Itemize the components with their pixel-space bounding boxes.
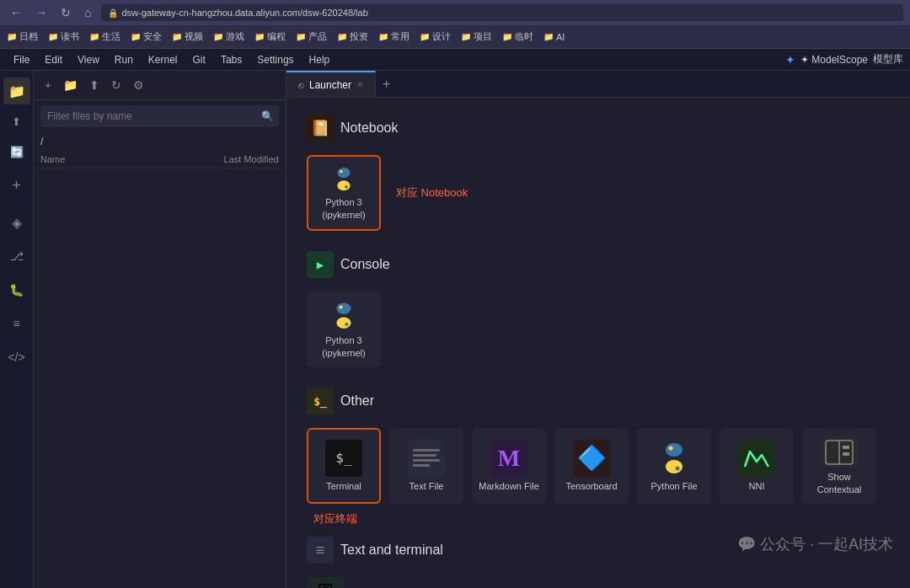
svg-point-3 [345, 185, 348, 189]
search-input[interactable] [40, 110, 256, 122]
menu-git[interactable]: Git [186, 51, 212, 68]
bookmark-ai[interactable]: 📁 AI [543, 32, 565, 42]
bookmark-label: 日档 [19, 30, 38, 43]
other-section-icon: $_ [307, 388, 334, 414]
nni-item[interactable]: NNI [720, 428, 794, 504]
menu-tabs[interactable]: Tabs [214, 51, 249, 68]
svg-point-8 [666, 443, 682, 457]
new-file-button[interactable]: + [40, 76, 56, 94]
new-tab-button[interactable]: + [376, 77, 397, 92]
markdown-icon: M [490, 440, 527, 477]
svg-point-5 [336, 317, 351, 329]
tensorboard-icon: 🔷 [573, 440, 610, 477]
sql-file-item[interactable]: 🗄 SQL File [307, 577, 388, 588]
nav-home-button[interactable]: ⌂ [81, 4, 94, 21]
bookmark-shenghuo[interactable]: 📁 生活 [89, 30, 120, 43]
menu-settings[interactable]: Settings [250, 51, 300, 68]
bookmark-biancheng[interactable]: 📁 编程 [254, 30, 286, 43]
tensorboard-item[interactable]: 🔷 Tensorboard [554, 428, 629, 504]
python-file-label: Python File [650, 480, 697, 492]
svg-rect-15 [843, 452, 849, 456]
menu-bar: File Edit View Run Kernel Git Tabs Setti… [0, 49, 910, 71]
bookmark-label: 设计 [432, 30, 451, 43]
python3-console-label: Python 3(ipykernel) [322, 334, 365, 359]
svg-rect-14 [843, 446, 849, 449]
bookmark-anquan[interactable]: 📁 安全 [131, 30, 162, 43]
upload-button[interactable]: ⬆ [85, 76, 104, 94]
bookmark-changyong[interactable]: 📁 常用 [378, 30, 410, 43]
sidebar-command-icon[interactable]: ≡ [3, 310, 30, 337]
bookmark-label: 产品 [308, 30, 327, 43]
python3-console-item[interactable]: Python 3(ipykernel) [307, 291, 381, 367]
file-list-header: Name Last Modified [34, 151, 286, 168]
bookmark-shipin[interactable]: 📁 视频 [172, 30, 203, 43]
menu-run[interactable]: Run [108, 51, 140, 68]
sidebar-git-icon[interactable]: ⎇ [3, 243, 30, 270]
other-section-title: Other [340, 393, 374, 409]
bookmark-label: 游戏 [226, 30, 244, 43]
sidebar-add-icon[interactable]: + [3, 172, 30, 199]
python3-notebook-item[interactable]: Python 3(ipykernel) [307, 155, 381, 231]
tab-launcher-label: Launcher [309, 79, 351, 91]
nav-refresh-button[interactable]: ↻ [57, 4, 74, 21]
show-contextual-item[interactable]: ShowContextual [802, 428, 876, 504]
tab-close-button[interactable]: ✕ [356, 80, 363, 89]
folder-icon: 📁 [337, 32, 347, 41]
address-bar[interactable]: 🔒 dsw-gateway-cn-hangzhou.data.aliyun.co… [101, 4, 903, 21]
menu-file[interactable]: File [7, 51, 36, 68]
markdown-file-item[interactable]: M Markdown File [472, 428, 546, 504]
new-folder-button[interactable]: 📁 [59, 76, 82, 94]
python-file-item[interactable]: Python File [637, 428, 711, 504]
svg-point-11 [676, 466, 680, 470]
svg-point-0 [337, 168, 350, 178]
folder-icon: 📁 [420, 32, 430, 41]
sidebar-upload-icon[interactable]: ⬆ [3, 108, 30, 135]
bookmark-youxi[interactable]: 📁 游戏 [213, 30, 244, 43]
sql-icon: 🗄 [307, 577, 344, 588]
nni-label: NNI [749, 480, 765, 492]
bookmark-xiangmu[interactable]: 📁 项目 [461, 30, 492, 43]
bookmark-linshi[interactable]: 📁 临时 [502, 30, 533, 43]
file-panel: + 📁 ⬆ ↻ ⚙ 🔍 / Name Last Modified [34, 71, 286, 588]
bookmark-label: 常用 [391, 30, 410, 43]
sidebar-refresh-icon[interactable]: 🔄 [3, 138, 30, 165]
nni-icon [738, 440, 775, 477]
menu-kernel[interactable]: Kernel [142, 51, 185, 68]
folder-icon: 📁 [7, 32, 17, 41]
menu-view[interactable]: View [71, 51, 106, 68]
folder-icon: 📁 [378, 32, 388, 41]
notebook-section-icon: 📔 [307, 115, 334, 142]
sidebar-files-icon[interactable]: 📁 [3, 78, 30, 104]
sidebar-code-icon[interactable]: </> [3, 344, 30, 371]
nav-back-button[interactable]: ← [7, 4, 25, 21]
notebook-section-header: 📔 Notebook [307, 115, 890, 142]
address-text: dsw-gateway-cn-hangzhou.data.aliyun.com/… [121, 8, 367, 18]
console-section-header: ▶ Console [307, 251, 890, 278]
notebook-annotation-container: 对应 Notebook [389, 155, 468, 231]
menu-help[interactable]: Help [302, 51, 337, 68]
nav-forward-button[interactable]: → [32, 4, 51, 21]
bookmark-sheji[interactable]: 📁 设计 [420, 30, 451, 43]
tab-launcher[interactable]: ⎋ Launcher ✕ [286, 71, 376, 97]
python-console-icon [325, 300, 362, 331]
bookmark-label: 项目 [474, 30, 492, 43]
python-notebook-icon [325, 165, 362, 193]
search-bar: 🔍 [40, 105, 279, 127]
menu-edit[interactable]: Edit [38, 51, 69, 68]
contextual-icon [821, 436, 858, 468]
bookmark-dushu[interactable]: 📁 读书 [48, 30, 79, 43]
bookmark-rizhang[interactable]: 📁 日档 [7, 30, 38, 43]
main-layout: 📁 ⬆ 🔄 + ◈ ⎇ 🐛 ≡ </> + 📁 ⬆ ↻ ⚙ 🔍 / Name L… [0, 71, 910, 588]
sidebar-extensions-icon[interactable]: ◈ [3, 209, 30, 236]
git-button[interactable]: ⚙ [129, 76, 148, 94]
terminal-item[interactable]: $_ Terminal [307, 428, 381, 504]
show-contextual-label: ShowContextual [817, 471, 862, 495]
svg-point-9 [666, 460, 682, 473]
bookmark-label: AI [556, 32, 565, 42]
bookmark-touzi[interactable]: 📁 投资 [337, 30, 368, 43]
refresh-button[interactable]: ↻ [107, 76, 126, 94]
sidebar-debug-icon[interactable]: 🐛 [3, 276, 30, 303]
text-file-item[interactable]: Text File [389, 428, 463, 504]
file-panel-toolbar: + 📁 ⬆ ↻ ⚙ [34, 71, 286, 100]
bookmark-chanpin[interactable]: 📁 产品 [296, 30, 327, 43]
